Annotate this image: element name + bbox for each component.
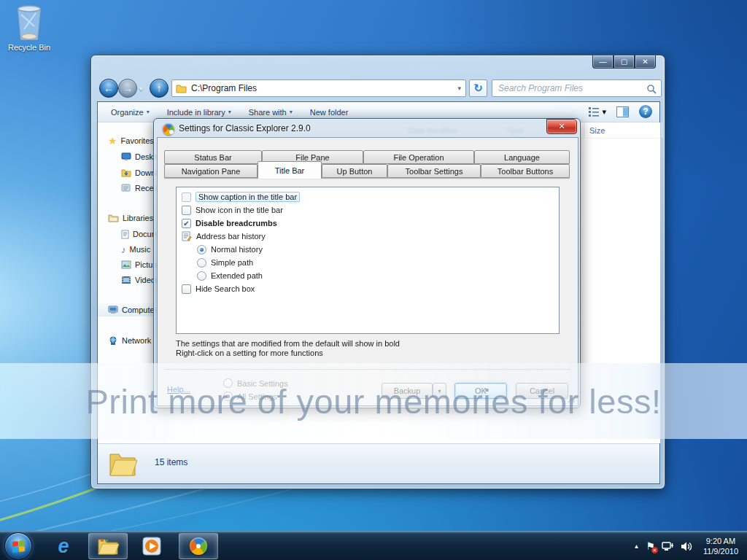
include-in-library-menu[interactable]: Include in library▾ (161, 105, 237, 120)
preview-pane-button[interactable] (616, 106, 629, 117)
chevron-down-icon: ▾ (438, 388, 441, 394)
star-icon: ★ (108, 135, 117, 147)
tab-status-bar[interactable]: Status Bar (164, 150, 262, 164)
views-button[interactable]: ▾ (588, 106, 606, 117)
radio-simple-path[interactable]: Simple path (197, 256, 253, 269)
maximize-button[interactable]: ▢ (614, 55, 635, 69)
ok-button[interactable]: OK (454, 383, 507, 399)
dialog-body: Status Bar File Pane File Operation Lang… (158, 138, 578, 405)
organize-menu[interactable]: Organize▾ (105, 105, 155, 120)
tab-toolbar-buttons[interactable]: Toolbar Buttons (481, 164, 570, 178)
radio-normal-history[interactable]: Normal history (197, 243, 263, 256)
radio-label[interactable]: Extended path (211, 271, 263, 280)
taskbar-clock[interactable]: 9:20 AM 11/9/2010 (700, 536, 741, 556)
setting-label[interactable]: Show icon in the title bar (196, 206, 283, 214)
sidebar-item-label: Music (130, 245, 151, 254)
tab-toolbar-settings[interactable]: Toolbar Settings (387, 164, 481, 178)
recycle-bin-label: Recycle Bin (6, 43, 53, 52)
backup-button[interactable]: Backup (382, 383, 433, 399)
address-dropdown-icon[interactable]: ▾ (457, 85, 461, 92)
sidebar-item-label: Computer (122, 306, 157, 314)
setting-show-caption[interactable]: Show caption in the title bar (182, 190, 300, 203)
network-icon (108, 336, 118, 346)
help-link[interactable]: Help... (167, 385, 190, 394)
tab-language[interactable]: Language (474, 150, 570, 164)
tab-navigation-pane[interactable]: Navigation Pane (164, 164, 258, 178)
recent-places-icon (121, 184, 131, 192)
basic-settings-radio[interactable]: Basic Settings (223, 378, 288, 388)
recycle-bin[interactable]: Recycle Bin (6, 4, 53, 52)
checkbox-unchecked[interactable] (182, 206, 191, 215)
show-hidden-icons-button[interactable]: ▲ (633, 543, 639, 550)
radio-unselected[interactable] (197, 271, 206, 281)
radio-unselected[interactable] (223, 378, 233, 388)
checkbox-unchecked[interactable] (182, 192, 191, 202)
setting-label[interactable]: Disable breadcrumbs (196, 219, 277, 228)
new-folder-button[interactable]: New folder (304, 105, 355, 120)
back-button[interactable]: ← (99, 79, 118, 98)
radio-selected[interactable] (197, 245, 206, 254)
setting-show-icon[interactable]: Show icon in the title bar (182, 203, 283, 217)
radio-label[interactable]: Normal history (211, 245, 263, 254)
all-settings-label[interactable]: All Settings (237, 392, 277, 401)
back-arrow-icon: ← (104, 82, 114, 94)
edit-list-icon (182, 231, 192, 241)
setting-address-bar-history[interactable]: Address bar history (182, 230, 266, 243)
dialog-title: Settings for Classic Explorer 2.9.0 (179, 123, 311, 133)
taskbar: e ▲ ⚑ ✕ (0, 531, 747, 560)
radio-selected[interactable] (223, 392, 233, 401)
help-button[interactable]: ? (639, 105, 652, 118)
separator (164, 369, 571, 370)
details-pane: 15 items (98, 443, 659, 483)
sidebar-item-label: Libraries (123, 214, 153, 222)
close-button[interactable]: ✕ (635, 55, 656, 69)
cancel-button[interactable]: Cancel (516, 383, 568, 399)
taskbar-media-player[interactable] (139, 534, 164, 558)
setting-label[interactable]: Address bar history (196, 232, 266, 241)
radio-unselected[interactable] (197, 258, 206, 268)
views-icon (588, 106, 600, 117)
new-folder-label: New folder (310, 108, 349, 117)
radio-label[interactable]: Simple path (211, 258, 253, 267)
info-text-line2: Right-click on a setting for more functi… (176, 349, 323, 357)
address-bar[interactable]: C:\Program Files ▾ (171, 79, 466, 97)
up-button[interactable]: ↑ (150, 79, 169, 98)
setting-hide-search-box[interactable]: Hide Search box (182, 282, 255, 295)
music-note-icon: ♪ (121, 244, 126, 255)
radio-extended-path[interactable]: Extended path (197, 269, 263, 282)
history-dropdown[interactable]: ▾ (139, 85, 143, 93)
dialog-close-button[interactable]: ✕ (546, 119, 577, 134)
refresh-button[interactable]: ↻ (469, 79, 487, 97)
checkbox-checked[interactable]: ✔ (182, 219, 191, 228)
forward-button[interactable]: → (118, 79, 137, 98)
sidebar-item-label: Network (122, 336, 151, 345)
share-with-menu[interactable]: Share with▾ (243, 105, 298, 120)
start-button[interactable] (4, 532, 32, 560)
taskbar-classic-shell[interactable] (179, 533, 218, 559)
search-box[interactable] (492, 79, 662, 97)
checkbox-unchecked[interactable] (182, 284, 191, 294)
tab-title-bar[interactable]: Title Bar (258, 161, 322, 179)
folder-large-icon (108, 450, 137, 478)
network-tray-icon[interactable] (662, 541, 674, 552)
tab-file-operation[interactable]: File Operation (363, 150, 474, 164)
settings-list: Show caption in the title bar Show icon … (176, 187, 560, 334)
setting-label[interactable]: Hide Search box (196, 284, 255, 293)
action-center-icon[interactable]: ⚑ ✕ (646, 540, 655, 552)
all-settings-radio[interactable]: All Settings (223, 392, 277, 401)
tab-up-button[interactable]: Up Button (322, 164, 387, 178)
volume-icon[interactable] (681, 541, 694, 552)
search-input[interactable] (492, 80, 661, 96)
setting-disable-breadcrumbs[interactable]: ✔ Disable breadcrumbs (182, 217, 277, 230)
system-tray: ▲ ⚑ ✕ 9:20 AM 11/9/2010 (633, 532, 747, 560)
share-label: Share with (249, 108, 287, 117)
monitor-icon (121, 152, 131, 161)
setting-label[interactable]: Show caption in the title bar (196, 192, 300, 202)
backup-dropdown-button[interactable]: ▾ (433, 383, 446, 399)
minimize-button[interactable]: — (592, 55, 614, 69)
taskbar-windows-explorer[interactable] (88, 533, 128, 559)
organize-label: Organize (111, 108, 144, 117)
taskbar-internet-explorer[interactable]: e (51, 534, 76, 558)
column-header-size[interactable]: Size (589, 122, 605, 138)
basic-settings-label[interactable]: Basic Settings (237, 379, 288, 388)
